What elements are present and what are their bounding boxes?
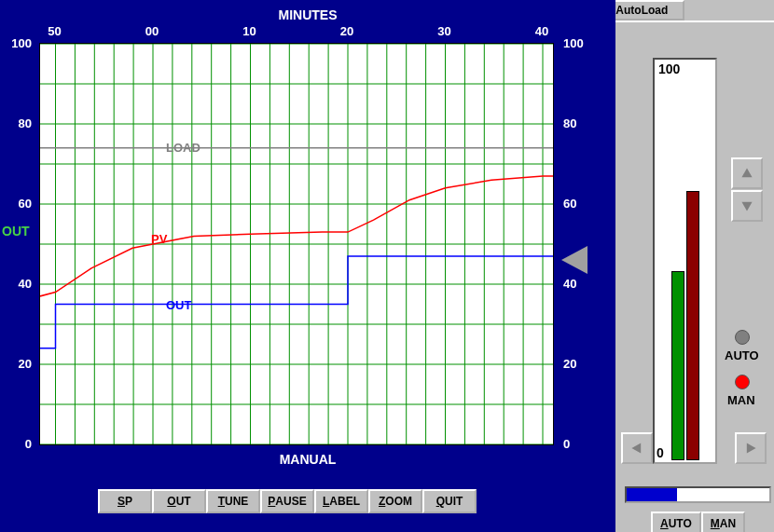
- x-tick: 00: [145, 24, 159, 38]
- quit-button[interactable]: QUIT: [422, 489, 477, 513]
- chart-plot-area: LOAD PV OUT: [39, 43, 554, 445]
- bottom-button-row: SP OUT TUNE PAUSE LABEL ZOOM QUIT: [98, 489, 477, 513]
- setpoint-marker-icon[interactable]: [558, 244, 589, 280]
- man-button[interactable]: MAN: [701, 512, 745, 532]
- sp-button[interactable]: SP: [98, 489, 152, 513]
- zoom-button[interactable]: ZOOM: [368, 489, 422, 513]
- side-button-row: AUTO MAN: [651, 512, 745, 532]
- horizontal-bargraph: [625, 486, 771, 503]
- y-tick: 20: [563, 357, 595, 371]
- svg-marker-38: [741, 168, 752, 177]
- increase-up-button[interactable]: [731, 157, 763, 189]
- svg-marker-40: [631, 443, 641, 453]
- y-axis-ticks-left: 100 80 60 40 20 0: [0, 43, 35, 443]
- pause-button[interactable]: PAUSE: [260, 489, 314, 513]
- txt: -AutoLoad: [612, 4, 668, 17]
- x-tick: 50: [48, 24, 61, 38]
- svg-marker-41: [747, 443, 756, 453]
- mode-label: MANUAL: [0, 452, 615, 467]
- y-tick: 80: [0, 116, 32, 130]
- load-trace-label: LOAD: [166, 141, 200, 155]
- x-tick: 30: [437, 24, 450, 38]
- x-axis-ticks: 50 00 10 20 30 40: [39, 24, 552, 41]
- x-tick: 40: [535, 24, 548, 38]
- y-tick: 60: [563, 197, 595, 211]
- horizontal-bargraph-fill: [627, 488, 677, 501]
- y-tick: 0: [563, 437, 595, 451]
- x-tick: 20: [340, 24, 353, 38]
- y-tick: 60: [0, 197, 32, 211]
- y-tick: 100: [0, 36, 32, 50]
- y-tick: 20: [0, 357, 32, 371]
- app-root: StepIncr StepDecr y-AutoLoad MINUTES 50 …: [0, 0, 774, 532]
- label-button[interactable]: LABEL: [314, 489, 368, 513]
- bargraph-green-bar: [671, 271, 684, 460]
- out-button[interactable]: OUT: [152, 489, 206, 513]
- decrease-left-button[interactable]: [621, 432, 653, 464]
- increase-right-button[interactable]: [735, 432, 767, 464]
- y-axis-label: OUT: [2, 224, 30, 239]
- man-mode-label: MAN: [727, 393, 755, 407]
- x-tick: 10: [242, 24, 256, 38]
- auto-mode-label: AUTO: [725, 348, 759, 362]
- chart-title: MINUTES: [0, 7, 615, 22]
- y-tick: 100: [563, 36, 595, 50]
- out-trace-label: OUT: [166, 298, 191, 312]
- auto-button[interactable]: AUTO: [651, 512, 701, 532]
- auto-status-led: [735, 330, 750, 345]
- side-panel: 100 0 AUTO MAN AUTO MAN: [615, 20, 774, 532]
- man-status-led: [735, 375, 750, 389]
- chart-panel: MINUTES 50 00 10 20 30 40 100 80 60 40 2…: [0, 0, 615, 532]
- decrease-down-button[interactable]: [731, 190, 763, 222]
- bargraph-zero-label: 0: [657, 445, 664, 460]
- y-tick: 40: [0, 277, 32, 291]
- vertical-bargraph: 100 0: [653, 58, 717, 464]
- svg-marker-39: [741, 202, 752, 211]
- tune-button[interactable]: TUNE: [206, 489, 260, 513]
- pv-trace-label: PV: [151, 232, 167, 246]
- y-axis-ticks-right: 100 80 60 40 20 0: [558, 43, 593, 443]
- y-tick: 80: [563, 116, 595, 130]
- y-tick: 0: [0, 437, 32, 451]
- bargraph-red-bar: [686, 191, 699, 460]
- svg-marker-37: [561, 246, 587, 274]
- bargraph-max-value: 100: [658, 61, 680, 76]
